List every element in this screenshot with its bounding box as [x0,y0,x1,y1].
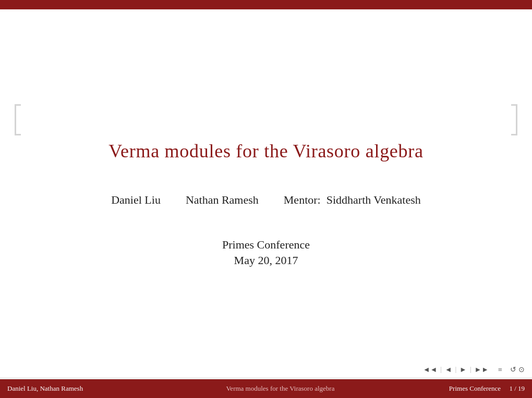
mentor-name: Siddharth Venkatesh [327,193,421,206]
nav-menu-icon[interactable]: ≡ [498,366,502,374]
nav-sep4 [492,366,495,374]
footer-bar: Daniel Liu, Nathan Ramesh Verma modules … [0,379,532,398]
slide-title: Verma modules for the Virasoro algebra [108,140,423,162]
conference-date: May 20, 2017 [234,254,298,267]
bracket-right-decoration [511,104,517,135]
author2-name: Nathan Ramesh [186,193,259,207]
slide-main: Verma modules for the Virasoro algebra D… [0,0,532,377]
nav-sep5 [505,366,507,374]
footer-authors: Daniel Liu, Nathan Ramesh [7,384,112,393]
nav-search-icon[interactable]: ⊙ [518,365,525,374]
nav-left-dbl-icon[interactable]: ◄◄ [423,366,438,374]
authors-line: Daniel Liu Nathan Ramesh Mentor: Siddhar… [111,193,421,207]
content-area: Verma modules for the Virasoro algebra D… [0,9,532,377]
nav-right-dbl-icon[interactable]: ►► [474,366,489,374]
mentor-text: Mentor: Siddharth Venkatesh [284,193,421,207]
conference-info: Primes Conference May 20, 2017 [222,238,310,267]
nav-sep3: | [470,366,471,374]
author1-name: Daniel Liu [111,193,161,207]
slide-container: Verma modules for the Virasoro algebra D… [0,0,532,398]
footer-conference: Primes Conference 1 / 19 [449,384,525,393]
nav-left-icon[interactable]: ◄ [445,366,452,374]
bracket-left-decoration [15,104,21,135]
nav-right-icon[interactable]: ► [460,366,467,374]
top-bar [0,0,532,9]
nav-undo-icon[interactable]: ↺ [510,365,516,374]
footer-page: 1 / 19 [509,384,525,392]
footer-title: Verma modules for the Virasoro algebra [112,384,449,393]
nav-icons-area: ◄◄ | ◄ | ► | ►► ≡ ↺ ⊙ [423,365,525,374]
conference-name: Primes Conference [222,238,310,252]
nav-sep1: | [440,366,441,374]
mentor-label: Mentor: [284,193,321,206]
nav-sep2: | [455,366,456,374]
